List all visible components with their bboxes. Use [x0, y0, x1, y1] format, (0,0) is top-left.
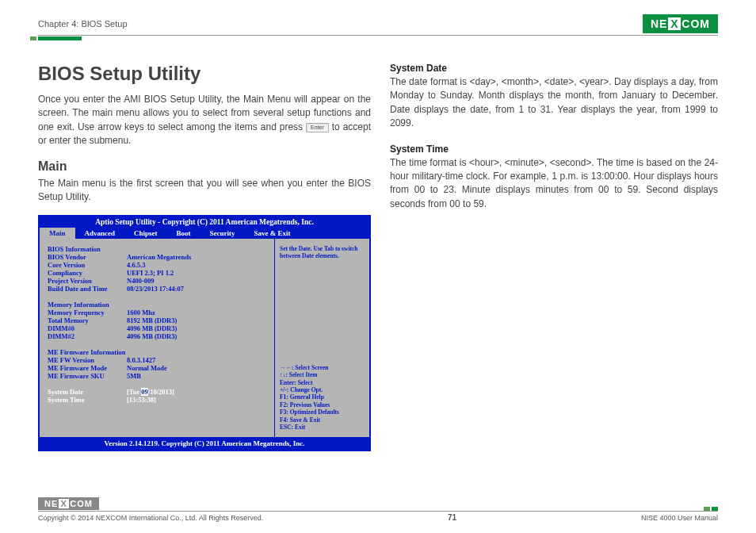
- bios-tab-advanced[interactable]: Advanced: [75, 228, 125, 239]
- bios-tab-saveexit[interactable]: Save & Exit: [245, 228, 300, 239]
- page-number: 71: [448, 513, 456, 522]
- page-footer: NEXCOM Copyright © 2014 NEXCOM Internati…: [38, 497, 718, 522]
- chapter-label: Chapter 4: BIOS Setup: [38, 19, 128, 29]
- bios-tab-boot[interactable]: Boot: [167, 228, 200, 239]
- left-column: BIOS Setup Utility Once you enter the AM…: [38, 63, 371, 451]
- bios-tab-main[interactable]: Main: [40, 228, 75, 239]
- footer-accent: [704, 507, 718, 511]
- bios-footer-bar: Version 2.14.1219. Copyright (C) 2011 Am…: [40, 437, 369, 450]
- system-time-heading: System Time: [390, 144, 718, 155]
- right-column: System Date The date format is <day>, <m…: [390, 63, 718, 451]
- bios-main-panel: BIOS Information BIOS VendorAmerican Meg…: [40, 239, 274, 437]
- bios-help-panel: Set the Date. Use Tab to switch between …: [274, 239, 369, 437]
- brand-logo: NEXCOM: [643, 14, 718, 33]
- bios-screenshot: Aptio Setup Utility - Copyright (C) 2011…: [38, 215, 371, 451]
- accent-bar: [38, 36, 82, 40]
- main-heading: Main: [38, 159, 371, 174]
- copyright: Copyright © 2014 NEXCOM International Co…: [38, 514, 263, 522]
- page-header: Chapter 4: BIOS Setup NEXCOM: [38, 14, 718, 36]
- doc-name: NISE 4000 User Manual: [641, 514, 718, 522]
- bios-system-date[interactable]: System Date[Tue 09/10/2013]: [48, 388, 266, 396]
- bios-title-bar: Aptio Setup Utility - Copyright (C) 2011…: [40, 217, 369, 228]
- bios-tab-chipset[interactable]: Chipset: [124, 228, 167, 239]
- system-time-text: The time format is <hour>, <minute>, <se…: [390, 156, 718, 212]
- footer-logo: NEXCOM: [38, 497, 99, 510]
- intro-paragraph: Once you enter the AMI BIOS Setup Utilit…: [38, 93, 371, 148]
- bios-system-time[interactable]: System Time[13:53:38]: [48, 396, 266, 404]
- bios-tab-security[interactable]: Security: [200, 228, 245, 239]
- system-date-text: The date format is <day>, <month>, <date…: [390, 75, 718, 131]
- system-date-heading: System Date: [390, 63, 718, 74]
- main-text: The Main menu is the first screen that y…: [38, 177, 371, 205]
- bios-tabs: Main Advanced Chipset Boot Security Save…: [40, 228, 369, 239]
- enter-key-icon: Enter: [306, 123, 329, 132]
- page-title: BIOS Setup Utility: [38, 63, 371, 85]
